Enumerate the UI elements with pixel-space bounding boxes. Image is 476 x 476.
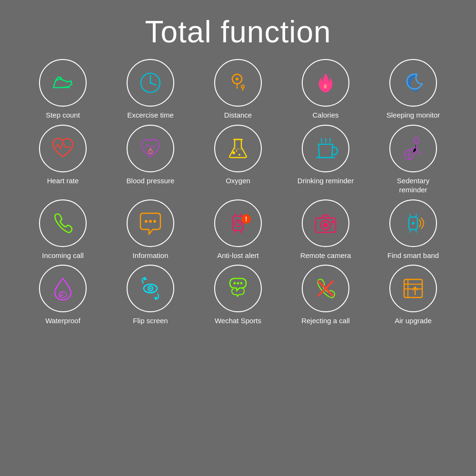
label-remote-camera: Remote camera	[300, 251, 351, 260]
svg-point-36	[323, 223, 328, 228]
label-sedentary-reminder: Sedentary reminder	[385, 176, 442, 195]
item-oxygen: Oxygen	[194, 125, 282, 195]
label-information: Information	[132, 251, 168, 260]
item-exercise-time: Excercise time	[107, 59, 194, 120]
map-pin-icon	[224, 69, 252, 97]
icon-circle-information	[127, 199, 174, 247]
label-exercise-time: Excercise time	[127, 110, 174, 120]
label-rejecting-call: Rejecting a call	[301, 316, 350, 326]
icon-circle-remote-camera	[302, 199, 349, 247]
icon-circle-flip-screen	[127, 265, 174, 312]
label-step-count: Step count	[46, 110, 80, 120]
svg-point-8	[149, 150, 152, 154]
label-distance: Distance	[224, 110, 252, 120]
reject-call-icon	[311, 274, 340, 303]
camera-icon	[311, 208, 340, 238]
item-flip-screen: Flip screen	[107, 265, 194, 326]
icon-circle-calories	[302, 59, 349, 107]
phone-icon	[48, 208, 78, 238]
flame-icon	[311, 69, 340, 97]
item-find-smart-band: Find smart band	[369, 199, 457, 260]
icon-circle-sedentary-reminder	[389, 125, 437, 172]
label-drinking-reminder: Drinking reminder	[298, 176, 354, 186]
item-remote-camera: Remote camera	[282, 199, 369, 260]
icon-circle-sleeping-monitor	[389, 59, 437, 107]
item-air-upgrade: Air upgrade	[369, 265, 457, 326]
sit-icon	[398, 134, 428, 163]
label-sleeping-monitor: Sleeping monitor	[387, 110, 440, 120]
item-calories: Calories	[282, 59, 369, 120]
svg-point-49	[237, 282, 239, 285]
svg-point-13	[238, 154, 240, 156]
item-sleeping-monitor: Sleeping monitor	[369, 59, 457, 120]
upgrade-icon	[398, 274, 428, 303]
label-wechat-sports: Wechat Sports	[215, 316, 261, 326]
icon-circle-incoming-call	[39, 199, 87, 247]
svg-point-6	[236, 78, 238, 80]
item-drinking-reminder: Drinking reminder	[282, 125, 369, 195]
label-waterproof: Waterproof	[45, 316, 80, 326]
label-incoming-call: Incoming call	[42, 251, 84, 260]
label-oxygen: Oxygen	[226, 176, 250, 186]
item-information: Information	[107, 199, 194, 260]
svg-point-37	[331, 220, 334, 223]
cup-icon	[311, 134, 340, 163]
label-anti-lost-alert: Anti-lost alert	[217, 251, 259, 260]
svg-point-50	[240, 282, 243, 285]
icon-circle-rejecting-call	[302, 265, 349, 312]
item-rejecting-call: Rejecting a call	[282, 265, 369, 326]
clock-icon	[136, 69, 165, 97]
icon-circle-waterproof	[39, 265, 87, 312]
item-blood-pressure: Blood pressure	[107, 125, 194, 195]
svg-text:!: !	[245, 215, 248, 223]
item-waterproof: Waterproof	[19, 265, 107, 326]
svg-point-48	[234, 282, 236, 285]
watch-alert-icon: !	[223, 208, 253, 238]
icon-circle-drinking-reminder	[302, 125, 349, 172]
icon-circle-exercise-time	[127, 59, 174, 107]
svg-point-12	[232, 151, 235, 154]
functions-grid: Step count Excercise time Distance	[10, 59, 466, 326]
smartband-icon	[398, 208, 428, 238]
icon-circle-anti-lost-alert: !	[214, 199, 262, 247]
item-anti-lost-alert: ! Anti-lost alert	[194, 199, 282, 260]
wechat-icon	[223, 274, 253, 303]
item-incoming-call: Incoming call	[19, 199, 107, 260]
svg-point-21	[145, 220, 148, 223]
page-title: Total function	[145, 14, 331, 50]
shoe-icon	[49, 69, 77, 97]
icon-circle-wechat-sports	[214, 265, 262, 312]
svg-point-17	[414, 138, 419, 143]
blood-icon	[136, 134, 165, 163]
icon-circle-distance	[214, 59, 262, 107]
flip-icon	[136, 274, 165, 303]
label-flip-screen: Flip screen	[133, 316, 168, 326]
icon-circle-step-count	[39, 59, 87, 107]
item-wechat-sports: Wechat Sports	[194, 265, 282, 326]
svg-point-23	[153, 220, 156, 223]
water-icon	[48, 274, 78, 303]
svg-point-43	[412, 222, 415, 225]
svg-point-4	[149, 82, 151, 84]
flask-icon	[223, 134, 253, 163]
label-find-smart-band: Find smart band	[387, 251, 439, 260]
label-air-upgrade: Air upgrade	[395, 316, 432, 326]
item-distance: Distance	[194, 59, 282, 120]
label-blood-pressure: Blood pressure	[127, 176, 175, 186]
icon-circle-find-smart-band	[389, 199, 437, 247]
svg-point-47	[149, 288, 151, 289]
icon-circle-blood-pressure	[127, 125, 174, 172]
label-heart-rate: Heart rate	[47, 176, 79, 186]
icon-circle-oxygen	[214, 125, 262, 172]
item-heart-rate: Heart rate	[19, 125, 107, 195]
icon-circle-air-upgrade	[389, 265, 437, 312]
moon-icon	[399, 69, 427, 97]
label-calories: Calories	[312, 110, 338, 120]
chat-icon	[136, 208, 165, 238]
item-sedentary-reminder: Sedentary reminder	[369, 125, 457, 195]
heart-icon	[48, 134, 78, 163]
svg-point-14	[236, 150, 238, 151]
item-step-count: Step count	[19, 59, 107, 120]
icon-circle-heart-rate	[39, 125, 87, 172]
svg-point-22	[149, 220, 152, 223]
